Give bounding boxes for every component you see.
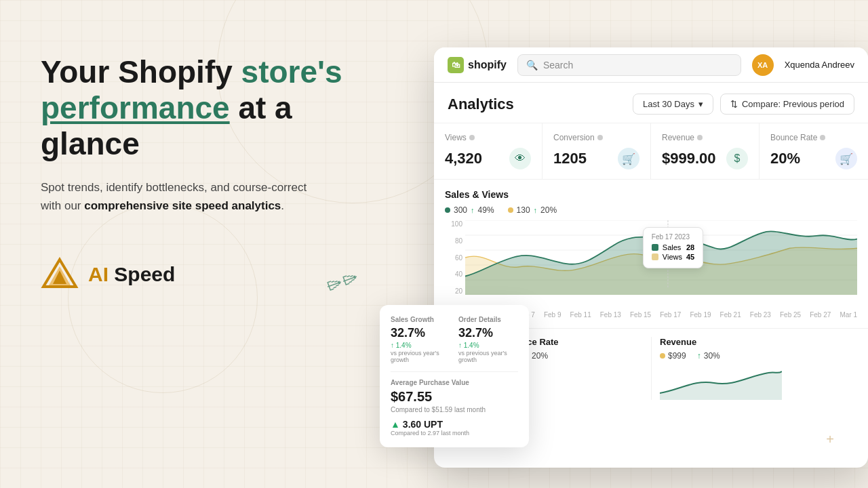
metrics-row: Views 4,320 👁 Conversion 1205 🛒 [434,123,868,180]
floating-upt: ▲ 3.60 UPT [391,419,518,430]
metric-bounce-label: Bounce Rate [770,133,857,142]
tooltip-square-views [652,253,658,260]
info-dot-revenue [697,135,703,140]
metric-conversion: Conversion 1205 🛒 [542,123,651,179]
headline-underline: performance [41,90,230,125]
floating-sales-growth-label: Sales Growth [391,316,450,323]
metric-bounce-value: 20% [770,150,800,167]
shopify-brand: shopify [468,59,507,71]
logo-text: AI Speed [88,263,175,286]
legend-sales: 300 ↑ 49% [445,205,494,215]
bottom-revenue-legend: $999 ↑ 30% [660,351,849,361]
upt-arrow-icon: ▲ [391,419,400,430]
search-placeholder: Search [543,60,573,70]
revenue-mini-svg [660,366,782,400]
floating-upt-value: 3.60 UPT [403,419,443,430]
logo-ai: AI [88,263,108,285]
metric-views: Views 4,320 👁 [434,123,542,179]
user-name: Xquenda Andreev [785,60,854,70]
header-actions: Last 30 Days ▾ ⇅ Compare: Previous perio… [633,94,854,115]
analytics-title: Analytics [448,96,514,113]
chart-legend: 300 ↑ 49% 130 ↑ 20% [445,205,857,215]
metric-conversion-value: 1205 [553,150,587,167]
chart-container: 100 80 60 40 20 [445,220,857,308]
metric-views-label: Views [445,133,531,142]
floating-order-details-label: Order Details [458,316,518,323]
floating-avg-label: Average Purchase Value [391,379,518,386]
metric-bounce: Bounce Rate 20% 🛒 [760,123,868,179]
period-label: Last 30 Days [643,99,694,109]
search-icon: 🔍 [526,60,538,70]
headline-part4: glance [41,126,140,161]
legend-views: 130 ↑ 20% [508,205,557,215]
chart-title: Sales & Views [445,189,857,200]
topbar: 🛍 shopify 🔍 Search XA Xquenda Andreev [434,47,868,83]
metric-revenue-label: Revenue [662,133,748,142]
chevron-down-icon: ▾ [698,99,703,109]
headline: Your Shopify store's performance at a gl… [41,54,366,162]
revenue-mini-chart [660,366,849,400]
bottom-revenue-card: Revenue $999 ↑ 30% [651,337,857,400]
floating-upt-sub: Compared to 2.97 last month [391,430,518,436]
floating-card: Sales Growth 32.7% ↑ 1.4% vs previous ye… [380,305,529,447]
left-panel: Your Shopify store's performance at a gl… [41,54,366,293]
analytics-header: Analytics Last 30 Days ▾ ⇅ Compare: Prev… [434,83,868,123]
dollar-icon: $ [726,148,748,169]
floating-sales-growth-sub: ↑ 1.4% [391,342,450,349]
subtext: Spot trends, identify bottlenecks, and c… [41,178,326,215]
info-dot-views [469,135,475,140]
logo-rest: Speed [108,263,175,285]
compare-label: Compare: Previous period [742,99,844,109]
chart-tooltip: Feb 17 2023 Sales 28 Views 45 [643,227,703,268]
info-dot-bounce [820,135,825,140]
right-panel: 🛍 shopify 🔍 Search XA Xquenda Andreev An… [420,20,868,468]
logo-area: AI Speed [41,256,366,293]
metric-views-value: 4,320 [445,150,482,167]
deco-plus: + [826,432,834,447]
compare-button[interactable]: ⇅ Compare: Previous period [720,94,854,115]
metric-revenue-value: $999.00 [662,150,716,167]
floating-order-details: Order Details 32.7% ↑ 1.4% vs previous y… [458,316,518,363]
legend-dot-sales [445,207,450,213]
legend-dot-views [508,207,513,213]
tooltip-row-sales: Sales 28 [652,243,694,251]
tooltip-row-views: Views 45 [652,253,694,261]
info-dot-conversion [597,135,603,140]
floating-sales-growth-sub2: vs previous year's growth [391,350,450,363]
floating-divider [391,371,518,372]
floating-order-details-sub: ↑ 1.4% [458,342,518,349]
shopify-logo: 🛍 shopify [448,57,507,73]
floating-order-details-sub2: vs previous year's growth [458,350,518,363]
logo-icon [41,256,79,293]
compare-icon: ⇅ [730,99,738,109]
eye-icon: 👁 [509,148,531,169]
y-axis: 100 80 60 40 20 [445,220,465,295]
bounce-icon: 🛒 [835,148,857,169]
floating-metrics-row: Sales Growth 32.7% ↑ 1.4% vs previous ye… [391,316,518,363]
floating-sales-growth: Sales Growth 32.7% ↑ 1.4% vs previous ye… [391,316,450,363]
conversion-icon: 🛒 [618,148,639,169]
tooltip-date: Feb 17 2023 [652,233,694,241]
period-button[interactable]: Last 30 Days ▾ [633,94,713,115]
shopify-bag-icon: 🛍 [448,57,464,73]
user-avatar: XA [752,54,774,76]
metric-conversion-label: Conversion [553,133,639,142]
headline-part1: Your Shopify [41,54,241,89]
headline-part3: at a [230,90,292,125]
metric-revenue: Revenue $999.00 $ [651,123,760,179]
search-bar[interactable]: 🔍 Search [517,54,741,76]
floating-order-details-value: 32.7% [458,326,518,340]
floating-avg-value: $67.55 [391,389,518,405]
floating-sales-growth-value: 32.7% [391,326,450,340]
headline-green: store's [241,54,342,89]
tooltip-square-sales [652,244,658,251]
bottom-revenue-title: Revenue [660,337,849,347]
floating-avg-sub: Compared to $51.59 last month [391,406,518,413]
